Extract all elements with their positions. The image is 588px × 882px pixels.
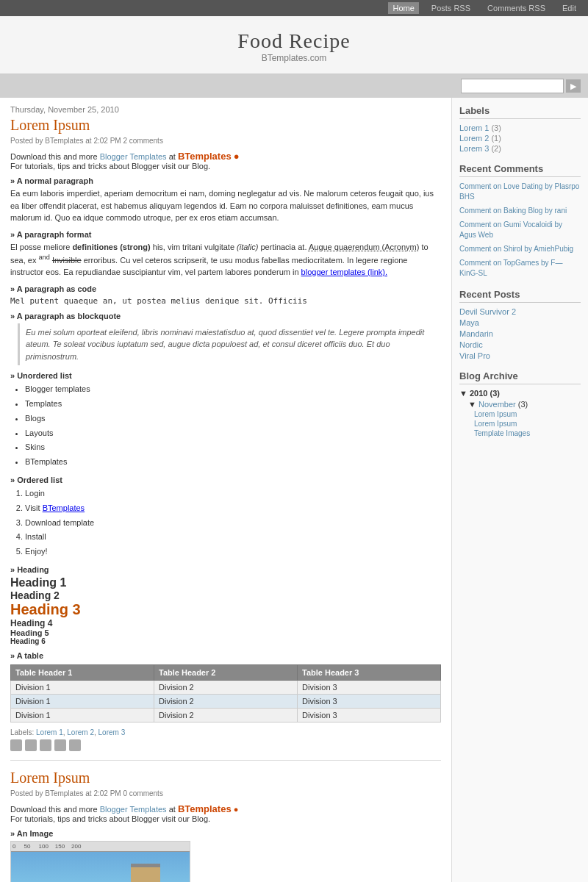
format-paragraph: El posse meliore definitiones (strong) h…: [10, 241, 441, 279]
post2-blogger-templates-link[interactable]: Blogger Templates: [100, 805, 167, 814]
table-row: Division 1 Division 2 Division 3: [11, 680, 441, 694]
recent-comment: Comment on Shirol by AmiehPubig: [459, 244, 581, 254]
content-area: Thursday, November 25, 2010 Lorem Ipsum …: [0, 98, 452, 882]
list-item: Blogs: [25, 412, 441, 426]
list-item: Download template: [25, 516, 441, 531]
facebook-share-icon[interactable]: [54, 739, 66, 751]
site-subtitle: BTemplates.com: [7, 53, 581, 63]
recent-post-link[interactable]: Maya: [459, 318, 581, 327]
archive-post: Lorem Ipsum: [459, 410, 581, 418]
recent-post-link[interactable]: Viral Pro: [459, 351, 581, 360]
ordered-label: » Ordered list: [10, 476, 441, 484]
heading-2: Heading 2: [10, 589, 441, 601]
sidebar-label-item: Lorem 3 (2): [459, 144, 581, 153]
recent-posts-title: Recent Posts: [459, 289, 581, 303]
label-lorem3[interactable]: Lorem 3: [98, 728, 126, 736]
nav-posts-rss[interactable]: Posts RSS: [427, 2, 475, 14]
recent-post-link[interactable]: Devil Survivor 2: [459, 307, 581, 316]
archive-post: Template Images: [459, 429, 581, 437]
ruler: 0 50 100 150 200: [11, 842, 190, 852]
sidebar-label-item: Lorem 2 (1): [459, 134, 581, 143]
list-item: Skins: [25, 440, 441, 455]
top-navigation: Home Posts RSS Comments RSS Edit: [0, 0, 588, 16]
sidebar: Labels Lorem 1 (3) Lorem 2 (1) Lorem 3 (…: [452, 98, 588, 882]
normal-paragraph-label: » A normal paragraph: [10, 176, 441, 185]
sidebar-blog-archive: Blog Archive ▼ 2010 (3) ▼ November (3) L…: [459, 370, 581, 437]
site-header: Food Recipe BTemplates.com: [0, 16, 588, 74]
sidebar-recent-comments: Recent Comments Comment on Love Dating b…: [459, 163, 581, 279]
twitter-share-icon[interactable]: [40, 739, 51, 751]
post-separator: [10, 760, 441, 761]
unordered-list: Blogger templates Templates Blogs Layout…: [25, 382, 441, 470]
table-header: Table Header 3: [298, 664, 441, 680]
archive-month-toggle[interactable]: ▼: [468, 400, 476, 409]
post-1: Thursday, November 25, 2010 Lorem Ipsum …: [10, 105, 441, 751]
post2-meta: Posted by BTemplates at 2:02 PM 0 commen…: [10, 789, 441, 797]
label-link-lorem2[interactable]: Lorem 2: [459, 134, 489, 143]
archive-month: ▼ November (3): [459, 400, 581, 409]
list-item: Install: [25, 530, 441, 545]
list-item: Templates: [25, 397, 441, 412]
list-item: Layouts: [25, 426, 441, 441]
post-image: 0 50 100 150 200 ◀ ▶: [10, 841, 190, 882]
label-link-lorem1[interactable]: Lorem 1: [459, 123, 489, 132]
archive-toggle[interactable]: ▼: [459, 389, 467, 398]
post-labels: Labels: Lorem 1, Lorem 2, Lorem 3: [10, 728, 441, 736]
ordered-list: Login Visit BTemplates Download template…: [25, 487, 441, 559]
blogger-templates-link-2[interactable]: blogger templates (link).: [301, 268, 387, 276]
search-input[interactable]: [461, 79, 564, 93]
format-label: » A paragraph format: [10, 230, 441, 239]
table-header: Table Header 2: [154, 664, 298, 680]
logo-dot: ●: [234, 151, 240, 162]
ordered-list-section: Login Visit BTemplates Download template…: [10, 487, 441, 559]
code-label: » A paragraph as code: [10, 284, 441, 293]
email-share-icon[interactable]: [10, 739, 22, 751]
post-title: Lorem Ipsum: [10, 117, 441, 134]
table-label: » A table: [10, 651, 441, 660]
acronym: Augue quaerendum (Acronym): [309, 243, 419, 251]
heading-1: Heading 1: [10, 576, 441, 589]
post2-btemplates-logo: BTemplates: [178, 803, 232, 814]
unordered-label: » Unordered list: [10, 371, 441, 380]
image-label: » An Image: [10, 829, 441, 838]
label-link-lorem3[interactable]: Lorem 3: [459, 144, 489, 153]
btemplates-link[interactable]: BTemplates: [43, 503, 85, 512]
blog-archive-title: Blog Archive: [459, 370, 581, 384]
list-item: Enjoy!: [25, 545, 441, 559]
blockquote: Eu mei solum oporteat eleifend, libris n…: [18, 323, 441, 366]
post2-download-text: Download this and more Blogger Templates…: [10, 803, 441, 823]
recent-post-link[interactable]: Nordic: [459, 340, 581, 349]
labels-title: Labels: [459, 105, 581, 119]
table-header: Table Header 1: [11, 664, 154, 680]
recent-comments-title: Recent Comments: [459, 163, 581, 177]
main-layout: Thursday, November 25, 2010 Lorem Ipsum …: [0, 98, 588, 882]
list-item: Visit BTemplates: [25, 501, 441, 516]
list-item: Blogger templates: [25, 382, 441, 397]
nav-home[interactable]: Home: [388, 2, 418, 14]
blogger-templates-link[interactable]: Blogger Templates: [100, 152, 167, 161]
recent-comment: Comment on TopGames by F—KinG-SL: [459, 258, 581, 279]
heading-section: Heading 1 Heading 2 Heading 3 Heading 4 …: [10, 576, 441, 645]
label-lorem1[interactable]: Lorem 1: [36, 728, 63, 736]
site-title: Food Recipe: [7, 29, 581, 53]
table-row: Division 1 Division 2 Division 3: [11, 708, 441, 722]
heading-label: » Heading: [10, 565, 441, 574]
unordered-list-section: Blogger templates Templates Blogs Layout…: [10, 382, 441, 470]
pinterest-share-icon[interactable]: [69, 739, 81, 751]
code-block: Mel putent quaeque an, ut postea melius …: [10, 296, 441, 306]
btemplates-logo: BTemplates: [178, 151, 232, 162]
blog-share-icon[interactable]: [25, 739, 37, 751]
blockquote-label: » A paragraph as blockquote: [10, 312, 441, 320]
recent-comment: Comment on Baking Blog by rani: [459, 206, 581, 216]
normal-paragraph: Ea eum laboris imperdiet, aperiam democr…: [10, 187, 441, 224]
nav-comments-rss[interactable]: Comments RSS: [483, 2, 550, 14]
share-row: [10, 739, 441, 751]
search-icon[interactable]: ▶: [566, 79, 581, 93]
table-row: Division 1 Division 2 Division 3: [11, 694, 441, 708]
nav-edit[interactable]: Edit: [558, 2, 581, 14]
label-lorem2[interactable]: Lorem 2: [67, 728, 94, 736]
recent-posts-list: Devil Survivor 2 Maya Mandarin Nordic Vi…: [459, 307, 581, 360]
recent-post-link[interactable]: Mandarin: [459, 329, 581, 338]
recent-comment: Comment on Love Dating by Plasrpo BHS: [459, 182, 581, 202]
archive-post: Lorem Ipsum: [459, 420, 581, 428]
